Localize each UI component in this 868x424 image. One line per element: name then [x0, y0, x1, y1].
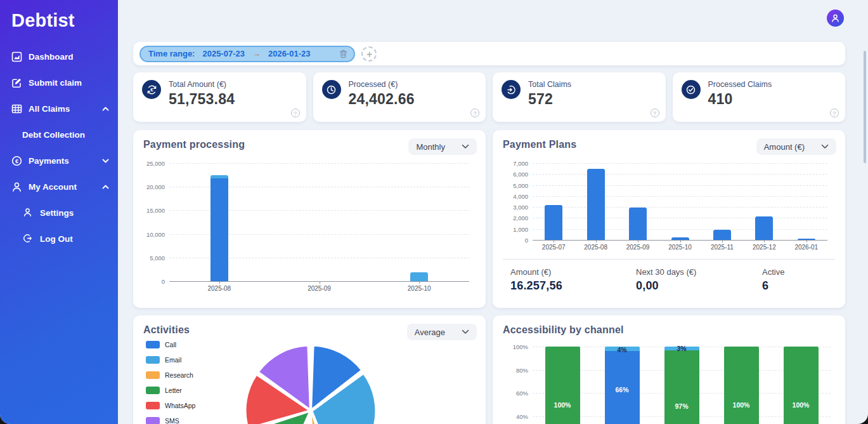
stat-card-processed-claims: Processed Claims 410 ?	[673, 72, 846, 122]
accessibility-chart: 100%80%60%40%100%66%4%97%3%100%100%	[533, 347, 831, 424]
check-circle-icon	[682, 80, 701, 99]
date-from-value[interactable]: 2025-07-23	[202, 49, 245, 58]
arrow-in-circle-icon	[502, 80, 521, 99]
summary-label: Amount (€)	[510, 267, 636, 277]
sidebar-item-payments[interactable]: € Payments	[0, 148, 118, 174]
summary-active: Active 6	[762, 267, 835, 293]
user-avatar[interactable]	[827, 10, 844, 27]
dropdown-value: Monthly	[416, 142, 445, 152]
summary-label: Active	[762, 267, 835, 277]
sidebar-item-settings[interactable]: Settings	[0, 200, 118, 226]
summary-value: 0,00	[636, 279, 762, 293]
stat-card-processed: Processed (€) 24,402.66 ?	[313, 72, 486, 122]
sidebar-nav: Dashboard Submit claim All Claims Debt C…	[0, 44, 118, 252]
svg-text:€: €	[15, 158, 18, 164]
sidebar: Debtist Dashboard Submit claim All Claim…	[0, 0, 118, 424]
payment-plans-chart: 01,0002,0003,0004,0005,0006,0007,0002025…	[533, 163, 827, 241]
payment-processing-card: Payment processing Monthly 05,00010,0001…	[133, 130, 486, 308]
main-content: Time range: 2025-07-23 → 2026-01-23 + € …	[118, 0, 868, 424]
edit-icon	[11, 77, 22, 88]
sidebar-item-log-out[interactable]: Log Out	[0, 226, 118, 252]
user-icon	[23, 208, 34, 218]
clock-icon	[322, 80, 341, 99]
card-title: Payment processing	[143, 139, 245, 150]
stat-value: 410	[708, 91, 837, 108]
payment-plans-card: Payment Plans Amount (€) 01,0002,0003,00…	[493, 130, 845, 308]
chevron-up-icon	[102, 185, 109, 189]
table-icon	[11, 103, 22, 114]
chevron-down-icon	[821, 144, 829, 149]
sidebar-item-dashboard[interactable]: Dashboard	[0, 44, 118, 70]
summary-next-30-days: Next 30 days (€) 0,00	[636, 267, 762, 293]
stat-label: Total Claims	[528, 80, 657, 89]
euro-cycle-icon: €	[142, 80, 161, 99]
chevron-down-icon	[462, 144, 469, 149]
help-icon[interactable]: ?	[291, 109, 300, 117]
card-title: Payment Plans	[503, 139, 576, 150]
summary-value: 16.257,56	[510, 279, 636, 293]
help-icon[interactable]: ?	[470, 109, 479, 117]
time-range-label: Time range:	[148, 49, 195, 58]
person-icon	[831, 13, 840, 23]
stat-label: Total Amount (€)	[169, 80, 297, 89]
vertical-scrollbar[interactable]	[864, 51, 866, 163]
chevron-up-icon	[102, 107, 109, 111]
divider	[503, 259, 835, 260]
sidebar-item-label: Settings	[40, 208, 74, 218]
delete-filter-button[interactable]	[339, 50, 347, 58]
sidebar-item-submit-claim[interactable]: Submit claim	[0, 70, 118, 96]
arrow-right-icon: →	[252, 49, 261, 58]
summary-label: Next 30 days (€)	[636, 267, 762, 277]
logout-icon	[23, 234, 34, 244]
summary-value: 6	[762, 279, 835, 293]
euro-icon: €	[11, 156, 22, 166]
date-to-value[interactable]: 2026-01-23	[268, 49, 311, 58]
dropdown-value: Amount (€)	[764, 142, 805, 152]
payment-processing-chart: 05,00010,00015,00020,00025,0002025-08202…	[169, 163, 469, 282]
sidebar-item-label: Payments	[29, 156, 69, 166]
stat-label: Processed Claims	[708, 80, 837, 89]
stats-row: € Total Amount (€) 51,753.84 ? Processed…	[133, 72, 845, 122]
user-icon	[11, 182, 22, 192]
charts-grid: Payment processing Monthly 05,00010,0001…	[133, 130, 845, 424]
sidebar-item-label: Submit claim	[29, 78, 82, 88]
time-range-filter[interactable]: Time range: 2025-07-23 → 2026-01-23	[139, 46, 355, 62]
activities-card: Activities Average Call Email Research L…	[133, 315, 486, 424]
time-range-bar: Time range: 2025-07-23 → 2026-01-23 +	[133, 42, 845, 65]
stat-label: Processed (€)	[349, 80, 477, 89]
help-icon[interactable]: ?	[651, 109, 659, 117]
sidebar-item-label: Debt Collection	[22, 130, 85, 140]
accessibility-card: Accessibility by channel 100%80%60%40%10…	[493, 315, 845, 424]
sidebar-item-debt-collection[interactable]: Debt Collection	[0, 122, 118, 148]
metric-dropdown[interactable]: Amount (€)	[756, 138, 836, 155]
sidebar-item-my-account[interactable]: My Account	[0, 174, 118, 200]
stat-card-total-amount: € Total Amount (€) 51,753.84 ?	[133, 72, 306, 122]
add-filter-button[interactable]: +	[361, 46, 377, 62]
card-title: Accessibility by channel	[503, 324, 624, 336]
sidebar-item-all-claims[interactable]: All Claims	[0, 96, 118, 122]
stat-card-total-claims: Total Claims 572 ?	[493, 72, 666, 122]
sidebar-item-label: My Account	[29, 182, 77, 192]
interval-dropdown[interactable]: Monthly	[408, 138, 477, 155]
app-window: Debtist Dashboard Submit claim All Claim…	[0, 0, 868, 424]
sidebar-item-label: Dashboard	[29, 52, 74, 62]
app-logo: Debtist	[0, 0, 118, 31]
svg-text:€: €	[150, 87, 153, 93]
payment-plans-summary: Amount (€) 16.257,56 Next 30 days (€) 0,…	[510, 267, 835, 293]
dashboard-icon	[11, 51, 22, 62]
sidebar-item-label: Log Out	[40, 234, 73, 244]
trash-icon	[339, 50, 347, 58]
stat-value: 24,402.66	[349, 91, 477, 108]
sidebar-item-label: All Claims	[29, 104, 70, 114]
summary-amount: Amount (€) 16.257,56	[510, 267, 636, 293]
stat-value: 51,753.84	[169, 91, 297, 108]
activities-pie-chart	[133, 315, 486, 424]
stat-value: 572	[528, 91, 657, 108]
chevron-down-icon	[102, 159, 109, 163]
help-icon[interactable]: ?	[830, 109, 839, 117]
